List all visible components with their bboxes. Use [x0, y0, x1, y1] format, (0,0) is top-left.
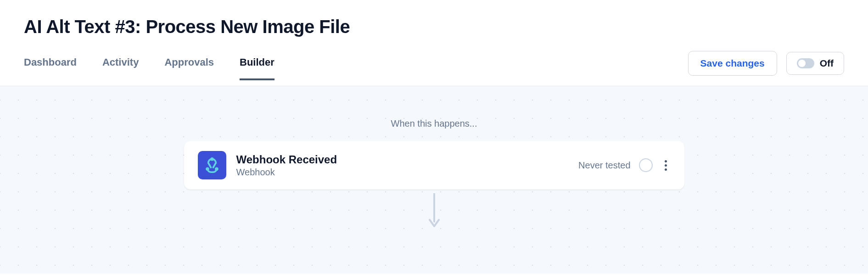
page-header: AI Alt Text #3: Process New Image File D… — [0, 0, 868, 86]
toggle-track — [797, 58, 814, 68]
webhook-icon — [198, 151, 226, 179]
save-button[interactable]: Save changes — [688, 51, 777, 76]
svg-point-1 — [206, 167, 209, 171]
node-info: Webhook Received Webhook — [236, 153, 569, 178]
tab-approvals[interactable]: Approvals — [164, 56, 214, 80]
tab-activity[interactable]: Activity — [102, 56, 139, 80]
toggle-label: Off — [820, 58, 834, 69]
page-title: AI Alt Text #3: Process New Image File — [24, 17, 844, 37]
toggle-knob — [798, 60, 806, 67]
builder-canvas[interactable]: When this happens... Webhook Received We… — [0, 86, 868, 273]
svg-point-0 — [210, 157, 214, 161]
header-actions: Save changes Off — [688, 51, 844, 86]
svg-point-2 — [215, 167, 218, 171]
node-right: Never tested — [578, 157, 670, 173]
node-subtitle: Webhook — [236, 167, 569, 178]
node-menu-button[interactable] — [661, 157, 671, 173]
trigger-section-label: When this happens... — [391, 118, 477, 129]
node-status-text: Never tested — [578, 160, 630, 171]
flow-arrow-icon — [427, 193, 441, 232]
trigger-node[interactable]: Webhook Received Webhook Never tested — [184, 141, 684, 190]
tab-dashboard[interactable]: Dashboard — [24, 56, 77, 80]
tab-builder[interactable]: Builder — [240, 56, 274, 80]
tab-nav: Dashboard Activity Approvals Builder — [24, 56, 274, 80]
header-row: Dashboard Activity Approvals Builder Sav… — [24, 51, 844, 86]
node-title: Webhook Received — [236, 153, 569, 166]
node-status-indicator — [639, 158, 653, 172]
workflow-toggle[interactable]: Off — [786, 52, 844, 75]
